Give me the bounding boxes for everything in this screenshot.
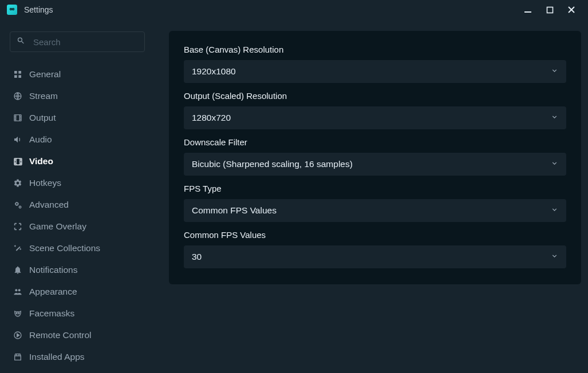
svg-rect-2 <box>524 11 531 13</box>
svg-point-27 <box>15 203 18 205</box>
sidebar-item-label: Video <box>29 156 141 166</box>
chevron-down-icon <box>551 113 558 123</box>
minimize-button[interactable] <box>517 2 539 18</box>
expand-icon <box>13 222 29 231</box>
play-circle-icon <box>13 331 29 340</box>
svg-point-32 <box>18 312 19 314</box>
app-icon <box>7 5 17 15</box>
mask-icon <box>13 309 29 318</box>
svg-rect-3 <box>547 7 553 13</box>
sidebar-item-game-overlay[interactable]: Game Overlay <box>10 216 145 237</box>
sidebar-item-video[interactable]: Video <box>10 150 145 172</box>
svg-point-0 <box>10 9 12 10</box>
content-area: Base (Canvas) Resolution 1920x1080 Outpu… <box>156 19 588 373</box>
downscale-filter-select[interactable]: Bicubic (Sharpened scaling, 16 samples) <box>184 153 566 176</box>
minimize-icon <box>524 6 532 14</box>
sidebar-item-label: Installed Apps <box>29 352 141 362</box>
chevron-down-icon <box>551 205 558 216</box>
sidebar-item-remote-control[interactable]: Remote Control <box>10 324 145 346</box>
sidebar-item-appearance[interactable]: Appearance <box>10 281 145 303</box>
grid-icon <box>13 70 29 79</box>
wand-icon <box>13 244 29 253</box>
svg-point-28 <box>19 206 21 208</box>
svg-rect-20 <box>14 158 22 164</box>
fps-values-value: 30 <box>192 252 202 262</box>
sidebar-item-output[interactable]: Output <box>10 107 145 129</box>
fps-type-value: Common FPS Values <box>192 205 277 216</box>
svg-rect-8 <box>14 75 17 78</box>
fps-values-select[interactable]: 30 <box>184 245 566 268</box>
sidebar: General Stream Output Audio <box>0 19 156 373</box>
sidebar-item-label: Audio <box>29 134 141 145</box>
sidebar-item-scene-collections[interactable]: Scene Collections <box>10 237 145 259</box>
sidebar-item-notifications[interactable]: Notifications <box>10 259 145 281</box>
sidebar-item-audio[interactable]: Audio <box>10 129 145 150</box>
fps-values-label: Common FPS Values <box>184 230 566 240</box>
svg-rect-7 <box>18 71 21 74</box>
user-icon <box>13 287 29 296</box>
close-button[interactable] <box>561 2 582 18</box>
bell-icon <box>13 265 29 275</box>
video-icon <box>13 157 29 166</box>
fps-type-select[interactable]: Common FPS Values <box>184 199 566 222</box>
downscale-filter-value: Bicubic (Sharpened scaling, 16 samples) <box>192 159 353 169</box>
chevron-down-icon <box>551 66 558 77</box>
sidebar-item-label: Facemasks <box>29 308 141 319</box>
sidebar-item-label: Scene Collections <box>29 243 141 253</box>
base-resolution-value: 1920x1080 <box>192 66 236 77</box>
sidebar-item-label: General <box>29 69 141 80</box>
sidebar-item-label: Appearance <box>29 287 141 297</box>
sidebar-item-label: Hotkeys <box>29 178 141 188</box>
titlebar: Settings <box>0 0 588 19</box>
film-icon <box>13 113 29 122</box>
svg-point-1 <box>13 9 14 10</box>
search-input[interactable] <box>10 31 145 52</box>
sidebar-item-label: Output <box>29 113 141 123</box>
sidebar-item-label: Notifications <box>29 265 141 275</box>
gears-icon <box>13 200 29 210</box>
svg-point-31 <box>16 312 17 314</box>
svg-rect-6 <box>14 71 17 74</box>
video-settings-panel: Base (Canvas) Resolution 1920x1080 Outpu… <box>169 31 581 284</box>
sidebar-item-facemasks[interactable]: Facemasks <box>10 303 145 324</box>
store-icon <box>13 352 29 362</box>
output-resolution-label: Output (Scaled) Resolution <box>184 91 566 101</box>
gear-icon <box>13 178 29 188</box>
volume-icon <box>13 135 29 144</box>
base-resolution-label: Base (Canvas) Resolution <box>184 45 566 54</box>
sidebar-item-installed-apps[interactable]: Installed Apps <box>10 346 145 368</box>
fps-type-label: FPS Type <box>184 184 566 193</box>
sidebar-item-advanced[interactable]: Advanced <box>10 194 145 216</box>
chevron-down-icon <box>551 252 558 262</box>
svg-rect-9 <box>18 75 21 78</box>
sidebar-item-label: Stream <box>29 91 141 101</box>
maximize-button[interactable] <box>539 2 561 18</box>
window-title: Settings <box>24 5 53 14</box>
sidebar-item-hotkeys[interactable]: Hotkeys <box>10 172 145 194</box>
close-icon <box>567 6 575 14</box>
nav: General Stream Output Audio <box>10 64 145 368</box>
output-resolution-value: 1280x720 <box>192 113 231 123</box>
sidebar-item-stream[interactable]: Stream <box>10 85 145 107</box>
svg-point-29 <box>15 289 17 291</box>
maximize-icon <box>546 6 554 14</box>
sidebar-item-label: Advanced <box>29 200 141 210</box>
output-resolution-select[interactable]: 1280x720 <box>184 106 566 129</box>
sidebar-item-general[interactable]: General <box>10 64 145 85</box>
downscale-filter-label: Downscale Filter <box>184 137 566 147</box>
base-resolution-select[interactable]: 1920x1080 <box>184 60 566 83</box>
chevron-down-icon <box>551 159 558 169</box>
svg-point-30 <box>18 289 21 291</box>
sidebar-item-label: Remote Control <box>29 330 141 340</box>
sidebar-item-label: Game Overlay <box>29 221 141 232</box>
globe-icon <box>13 92 29 101</box>
